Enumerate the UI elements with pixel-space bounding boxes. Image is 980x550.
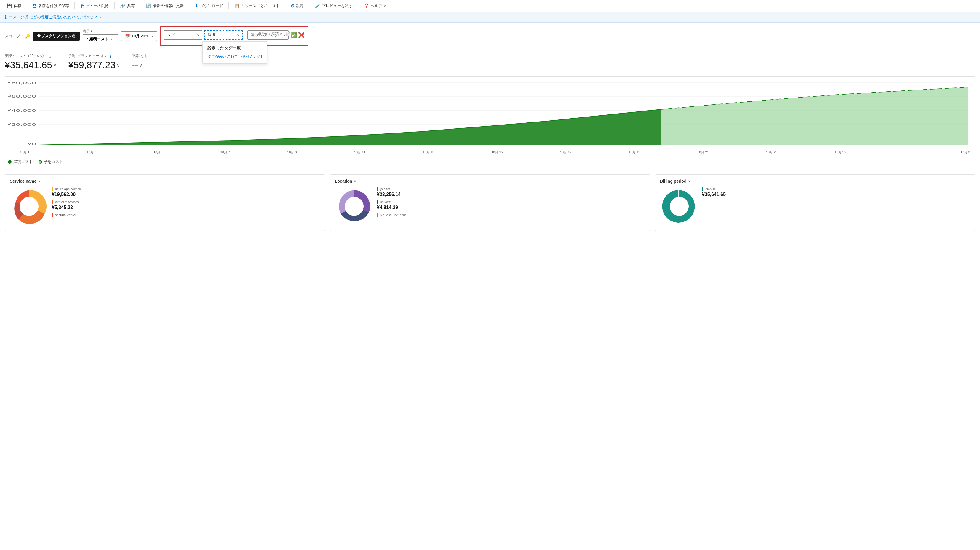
x-label-9: 10月 9: [287, 150, 297, 155]
actual-legend-item: 累積コスト: [8, 159, 33, 164]
download-button[interactable]: ⬇ ダウンロード: [192, 2, 226, 10]
display-dropdown[interactable]: * 累積コスト ∨: [83, 34, 118, 44]
svg-text:¥0: ¥0: [27, 142, 36, 145]
actual-legend-label: 累積コスト: [13, 159, 33, 164]
share-icon: 🔗: [120, 3, 126, 9]
svg-point-14: [670, 197, 689, 216]
no-location-color-bar: [377, 213, 378, 217]
metrics-row: 実際のコスト（JPY のみ） ℹ ¥35,641.65 ∨ 予測: グラフ ビュ…: [5, 51, 975, 70]
help-icon: ❓: [364, 3, 369, 9]
service-name-data: azure app service ¥19,562.00 virtual mac…: [52, 187, 320, 220]
divider-8: [309, 2, 309, 10]
tag-not-showing-link[interactable]: タグが表示されていませんか? ℹ: [207, 54, 262, 59]
x-label-19: 10月 19: [629, 150, 640, 155]
azure-app-color-bar: [52, 187, 53, 191]
svg-marker-10: [39, 109, 660, 145]
ja-east-item: ja east ¥23,256.14: [377, 187, 645, 197]
preview-icon: 🧪: [315, 3, 320, 9]
billing-period-title: Billing period: [660, 179, 686, 183]
chart-type-chevron-icon: ∨: [302, 32, 305, 35]
chart-area: ¥80,000 ¥60,000 ¥40,000 ¥20,000 ¥0: [5, 77, 975, 168]
download-icon: ⬇: [195, 3, 199, 9]
info-text: コスト分析 にどの程度ご満足いただいていますか? →: [9, 14, 102, 20]
help-button[interactable]: ❓ ヘルプ ∨: [361, 2, 389, 10]
pipe-separator: |: [245, 32, 246, 38]
refresh-button[interactable]: 🔄 最新の情報に更新: [143, 2, 187, 10]
tag-filter-dropdown[interactable]: タグ ∨: [164, 30, 202, 40]
bottom-cards: Service name ∨: [5, 174, 975, 231]
billing-202010-item: 202010 ¥35,641.65: [702, 187, 970, 197]
display-chevron-icon: ∨: [110, 37, 112, 41]
location-data: ja east ¥23,256.14 us west ¥4,814.29: [377, 187, 645, 220]
select-chevron-icon: ∨: [237, 33, 239, 37]
x-label-7: 10月 7: [221, 150, 230, 155]
divider-7: [285, 2, 285, 10]
vm-value: ¥5,345.22: [52, 205, 320, 210]
location-title: Location: [335, 179, 352, 183]
save-as-button[interactable]: 🖫 名前を付けて保存: [29, 2, 72, 10]
date-dropdown[interactable]: 📅 10月 2020 ∨: [121, 32, 157, 41]
delete-icon: 🗑: [80, 3, 84, 9]
svg-point-13: [345, 197, 364, 216]
service-name-chevron-icon: ∨: [38, 180, 40, 183]
billing-period-card: Billing period ∨: [655, 174, 975, 231]
billing-period-data: 202010 ¥35,641.65: [702, 187, 970, 200]
svg-point-12: [19, 197, 38, 216]
location-header[interactable]: Location ∨: [335, 179, 645, 183]
forecast-cost-label: 予測: グラフ ビュー オン: [68, 53, 108, 58]
delete-view-button[interactable]: 🗑 ビューの削除: [77, 2, 112, 10]
chart-legend: 累積コスト 予想コスト: [8, 157, 972, 168]
forecast-legend-item: 予想コスト: [38, 159, 63, 164]
billing-period-body: 202010 ¥35,641.65: [660, 187, 970, 226]
budget-value[interactable]: -- ∨: [132, 60, 148, 70]
granularity-chevron-icon: ∨: [280, 32, 282, 35]
forecast-info-icon: ℹ: [110, 54, 111, 58]
security-center-item: security center: [52, 213, 320, 217]
location-donut-svg: [335, 187, 373, 226]
svg-text:¥20,000: ¥20,000: [8, 123, 36, 126]
scope-key-icon: 🔑: [25, 34, 30, 38]
svg-text:¥60,000: ¥60,000: [8, 94, 36, 98]
scope-label: スコープ： 🔑: [5, 33, 30, 39]
forecast-legend-label: 予想コスト: [44, 159, 63, 164]
svg-marker-11: [660, 87, 968, 145]
info-bar: ℹ コスト分析 にどの程度ご満足いただいていますか? →: [0, 12, 980, 22]
calendar-icon: 📅: [125, 34, 130, 38]
service-name-header[interactable]: Service name ∨: [10, 179, 320, 183]
billing-donut-svg: [660, 187, 698, 226]
chart-x-labels: 10月 1 10月 3 10月 5 10月 7 10月 9 10月 11 10月…: [8, 149, 972, 157]
actual-cost-block: 実際のコスト（JPY のみ） ℹ ¥35,641.65 ∨: [5, 53, 56, 70]
save-icon: 💾: [6, 3, 12, 9]
forecast-cost-block: 予測: グラフ ビュー オン ℹ ¥59,877.23 ∨: [68, 53, 120, 70]
share-button[interactable]: 🔗 共有: [117, 2, 138, 10]
actual-chevron-icon: ∨: [53, 63, 56, 68]
location-donut: [335, 187, 373, 226]
display-block: 表示 ℹ * 累積コスト ∨: [83, 29, 118, 44]
x-label-1: 10月 1: [20, 150, 29, 155]
settings-button[interactable]: ⚙ 設定: [288, 2, 307, 10]
us-west-item: us west ¥4,814.29: [377, 200, 645, 210]
save-button[interactable]: 💾 保存: [3, 2, 24, 10]
actual-cost-value[interactable]: ¥35,641.65 ∨: [5, 60, 56, 70]
toolbar: 💾 保存 🖫 名前を付けて保存 🗑 ビューの削除 🔗 共有 🔄 最新の情報に更新…: [0, 0, 980, 12]
forecast-cost-value[interactable]: ¥59,877.23 ∨: [68, 60, 120, 70]
service-name-donut: [10, 187, 48, 226]
help-chevron-icon: ∨: [384, 5, 386, 8]
vm-color-bar: [52, 200, 53, 204]
svg-text:¥40,000: ¥40,000: [8, 109, 36, 112]
scope-value[interactable]: サブスクリプション名: [33, 32, 80, 41]
service-name-body: azure app service ¥19,562.00 virtual mac…: [10, 187, 320, 226]
ja-east-color-bar: [377, 187, 378, 191]
resource-cost-button[interactable]: 📋 リソースごとのコスト: [231, 2, 283, 10]
billing-period-header[interactable]: Billing period ∨: [660, 179, 970, 183]
divider-5: [189, 2, 189, 10]
x-label-25: 10月 25: [835, 150, 846, 155]
select-filter-dropdown[interactable]: 選択 ∨: [204, 30, 243, 40]
display-label: 表示 ℹ: [83, 29, 118, 34]
x-label-23: 10月 23: [766, 150, 778, 155]
budget-label-row: 予算: なし: [132, 53, 148, 60]
chart-icon: 📈: [285, 32, 290, 36]
save-as-icon: 🖫: [32, 3, 37, 9]
right-controls: 細分性: 累積 ∨ 📈 区分 ∨: [258, 31, 305, 37]
preview-button[interactable]: 🧪 プレビューを試す: [312, 2, 356, 10]
